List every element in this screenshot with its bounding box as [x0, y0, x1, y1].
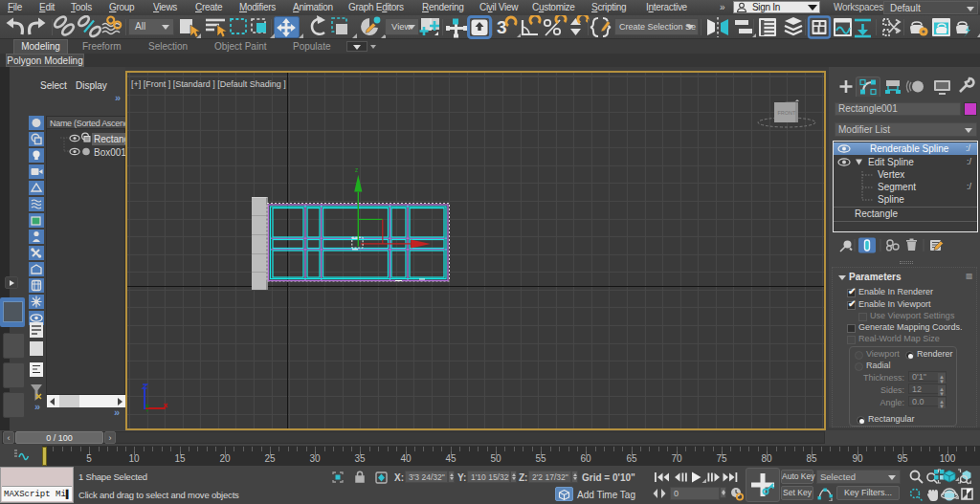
- svg-text:FRONT: FRONT: [778, 110, 797, 116]
- svg-text:Z: Z: [355, 168, 358, 173]
